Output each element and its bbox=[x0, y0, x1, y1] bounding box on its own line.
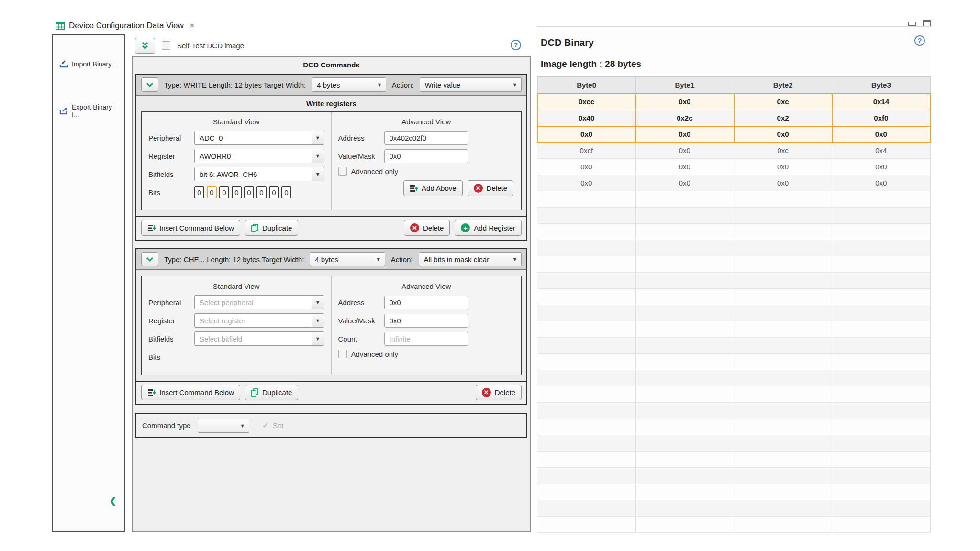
table-row[interactable]: 0xcf0x00xc0x4 bbox=[537, 143, 930, 159]
table-row-empty bbox=[537, 208, 930, 224]
advanced-only-checkbox[interactable] bbox=[338, 350, 347, 358]
byte-cell: 0xf0 bbox=[832, 110, 930, 126]
address-label: Address bbox=[338, 134, 384, 142]
command2-form: Standard View Peripheral Select peripher… bbox=[141, 276, 522, 375]
bit-box[interactable]: 0 bbox=[194, 186, 204, 198]
delete-icon: ✕ bbox=[474, 184, 483, 193]
command-block-check[interactable]: Type: CHE... Length: 12 bytes Target Wid… bbox=[135, 248, 527, 405]
byte-cell-empty bbox=[734, 321, 832, 338]
tab-close-icon[interactable]: × bbox=[190, 22, 194, 30]
delete-icon: ✕ bbox=[410, 223, 419, 232]
peripheral-dropdown[interactable]: Select peripheral ▼ bbox=[194, 295, 324, 309]
bitfields-dropdown[interactable]: Select bitfield ▼ bbox=[194, 331, 324, 346]
collapse-all-button[interactable] bbox=[135, 38, 155, 54]
dcd-binary-panel: DCD Binary ? Image length : 28 bytes Byt… bbox=[537, 26, 931, 532]
value-mask-input[interactable] bbox=[384, 314, 468, 328]
byte-cell: 0xcf bbox=[537, 143, 635, 159]
delete-command-button[interactable]: ✕ Delete bbox=[476, 385, 522, 400]
byte-cell-empty bbox=[537, 273, 635, 289]
help-icon[interactable]: ? bbox=[914, 35, 925, 46]
value-mask-input[interactable] bbox=[384, 149, 468, 163]
commands-toolbar: Self-Test DCD image ? bbox=[130, 34, 535, 56]
count-input[interactable] bbox=[384, 332, 468, 346]
byte-cell: 0xc bbox=[734, 94, 832, 110]
target-width-dropdown[interactable]: 4 bytes ▼ bbox=[310, 252, 385, 266]
byte-cell: 0x0 bbox=[734, 159, 832, 175]
byte-cell: 0x0 bbox=[635, 143, 734, 159]
duplicate-button[interactable]: Duplicate bbox=[245, 220, 299, 236]
add-above-button[interactable]: Add Above bbox=[403, 180, 463, 196]
chevron-down-icon: ▼ bbox=[509, 253, 521, 266]
table-row[interactable]: 0xcc0x00xc0x14 bbox=[537, 94, 930, 110]
bit-box[interactable]: 0 bbox=[207, 186, 217, 198]
bit-box[interactable]: 0 bbox=[219, 186, 229, 198]
address-input[interactable] bbox=[384, 296, 468, 309]
table-row[interactable]: 0x00x00x00x0 bbox=[537, 175, 930, 191]
address-input[interactable] bbox=[384, 131, 468, 145]
command-type-dropdown[interactable]: ▼ bbox=[198, 419, 249, 433]
export-binary-button[interactable]: Export Binary I... bbox=[53, 99, 124, 122]
delete-register-button[interactable]: ✕ Delete bbox=[468, 180, 513, 196]
collapse-command-button[interactable] bbox=[141, 252, 158, 266]
help-icon[interactable]: ? bbox=[511, 40, 521, 50]
byte-cell-empty bbox=[537, 517, 635, 533]
add-register-button[interactable]: ＋ Add Register bbox=[455, 220, 522, 236]
peripheral-dropdown[interactable]: ADC_0 ▼ bbox=[194, 131, 324, 145]
byte-cell-empty bbox=[832, 208, 930, 224]
bit-box[interactable]: 0 bbox=[232, 186, 242, 198]
byte-cell-empty bbox=[635, 468, 734, 484]
collapse-sidebar-icon[interactable]: ❮ bbox=[110, 496, 116, 506]
command1-header: Type: WRITE Length: 12 bytes Target Widt… bbox=[136, 75, 526, 96]
bit-box[interactable]: 0 bbox=[256, 186, 267, 198]
duplicate-button[interactable]: Duplicate bbox=[245, 385, 299, 400]
byte-cell-empty bbox=[734, 452, 832, 468]
byte-cell-empty bbox=[537, 256, 635, 273]
advanced-only-checkbox[interactable] bbox=[338, 167, 347, 176]
table-row[interactable]: 0x00x00x00x0 bbox=[537, 126, 930, 143]
bit-box[interactable]: 0 bbox=[269, 186, 279, 198]
set-button[interactable]: ✓ Set bbox=[256, 418, 290, 433]
chevron-down-icon: ▼ bbox=[312, 314, 324, 327]
bit-box[interactable]: 0 bbox=[244, 186, 254, 198]
bit-box[interactable]: 0 bbox=[281, 186, 291, 198]
value-mask-label: Value/Mask bbox=[338, 317, 384, 325]
action-dropdown[interactable]: Write value ▼ bbox=[420, 77, 522, 92]
byte-cell-empty bbox=[537, 500, 635, 517]
insert-command-below-button[interactable]: Insert Command Below bbox=[141, 220, 240, 236]
table-row[interactable]: 0x00x00x00x0 bbox=[537, 159, 930, 175]
byte-cell-empty bbox=[832, 338, 930, 354]
register-dropdown[interactable]: Select register ▼ bbox=[194, 313, 324, 328]
collapse-command-button[interactable] bbox=[141, 77, 158, 92]
import-binary-button[interactable]: Import Binary ... bbox=[53, 56, 124, 72]
byte-cell-empty bbox=[832, 517, 930, 533]
minimize-icon[interactable] bbox=[908, 22, 916, 26]
byte-cell-empty bbox=[734, 208, 832, 224]
byte-cell-empty bbox=[734, 305, 832, 321]
byte-cell-empty bbox=[537, 468, 635, 484]
table-row-empty bbox=[537, 338, 930, 354]
delete-command-button[interactable]: ✕ Delete bbox=[404, 220, 450, 236]
advanced-view-title: Advanced View bbox=[338, 280, 515, 295]
bitfields-dropdown[interactable]: bit 6: AWOR_CH6 ▼ bbox=[194, 167, 324, 181]
register-dropdown[interactable]: AWORR0 ▼ bbox=[194, 149, 324, 163]
chevron-down-icon: ▼ bbox=[312, 149, 324, 163]
target-width-dropdown[interactable]: 4 bytes ▼ bbox=[312, 77, 386, 92]
byte-table-header: Byte0 Byte1 Byte2 Byte3 bbox=[537, 77, 930, 94]
column-header: Byte3 bbox=[832, 77, 930, 94]
byte-cell-empty bbox=[832, 468, 930, 484]
action-label: Action: bbox=[391, 255, 413, 264]
table-row[interactable]: 0x400x2c0x20xf0 bbox=[537, 110, 930, 126]
byte-cell-empty bbox=[537, 435, 635, 452]
insert-command-below-button[interactable]: Insert Command Below bbox=[141, 385, 240, 400]
byte-cell-empty bbox=[537, 305, 635, 321]
action-dropdown[interactable]: All bits in mask clear ▼ bbox=[419, 252, 522, 266]
command-block-write[interactable]: Type: WRITE Length: 12 bytes Target Widt… bbox=[135, 74, 527, 241]
chevron-down-icon: ▼ bbox=[312, 296, 324, 309]
view-tab[interactable]: Device Configuration Data View × bbox=[51, 17, 199, 34]
byte-cell-empty bbox=[635, 484, 734, 500]
byte-cell: 0x0 bbox=[832, 159, 930, 175]
table-row-empty bbox=[537, 256, 930, 273]
peripheral-label: Peripheral bbox=[148, 134, 194, 142]
self-test-checkbox[interactable] bbox=[162, 41, 170, 50]
binary-panel-title: DCD Binary bbox=[537, 27, 931, 48]
